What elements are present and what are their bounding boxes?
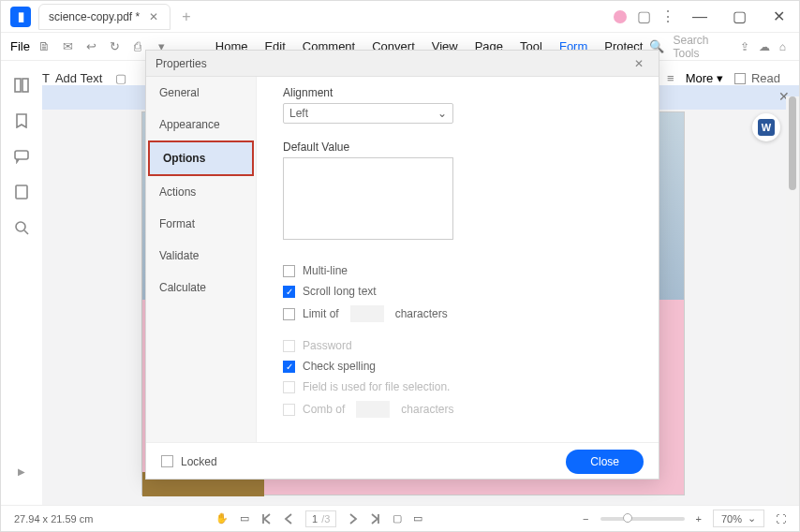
svg-rect-1 (22, 79, 28, 92)
thumbnails-icon[interactable] (14, 78, 29, 93)
password-row: Password (283, 339, 632, 352)
fit-width-icon[interactable]: ▭ (413, 512, 422, 525)
dialog-tab-actions[interactable]: Actions (146, 176, 256, 208)
password-checkbox (283, 340, 295, 352)
document-tab[interactable]: science-copy.pdf * ✕ (38, 4, 170, 30)
spell-row[interactable]: ✓Check spelling (283, 360, 632, 373)
page-dimensions: 27.94 x 21.59 cm (14, 513, 93, 525)
kebab-menu-icon[interactable]: ⋮ (660, 9, 675, 24)
comb-post-label: characters (401, 403, 453, 416)
limit-post-label: characters (395, 307, 448, 320)
current-page: 1 (312, 513, 318, 525)
filesel-checkbox (283, 381, 295, 393)
cloud-icon[interactable]: ☁ (759, 40, 770, 53)
home-icon[interactable]: ⌂ (779, 40, 786, 53)
search-panel-icon[interactable] (14, 220, 29, 235)
locked-label: Locked (181, 455, 217, 468)
comment-icon[interactable] (14, 149, 29, 164)
default-value-label: Default Value (283, 140, 632, 154)
dialog-tab-calculate[interactable]: Calculate (146, 272, 256, 303)
add-text-button[interactable]: T Add Text (42, 71, 102, 85)
app-icon: ▮ (10, 7, 31, 27)
search-tools[interactable]: Search Tools (674, 34, 731, 60)
window-minimize[interactable]: — (685, 4, 715, 30)
redo-icon[interactable]: ↻ (106, 39, 124, 53)
sidebar-collapse[interactable]: ▶ (18, 466, 25, 477)
save-icon[interactable]: 🗎 (36, 39, 53, 53)
dialog-tab-validate[interactable]: Validate (146, 240, 256, 272)
filesel-row: Field is used for file selection. (283, 380, 632, 393)
svg-rect-0 (15, 79, 21, 92)
dialog-footer: Locked Close (146, 442, 659, 480)
align-icon[interactable]: ≡ (667, 71, 674, 85)
limit-checkbox (283, 308, 295, 320)
more-label: More (686, 71, 714, 85)
locked-toggle[interactable]: Locked (161, 455, 217, 468)
prev-page-icon[interactable] (283, 513, 294, 525)
alignment-select[interactable]: Left ⌄ (283, 103, 453, 124)
dialog-tab-appearance[interactable]: Appearance (146, 109, 256, 140)
word-export-badge[interactable]: W (752, 113, 780, 141)
fullscreen-icon[interactable]: ⛶ (776, 513, 786, 525)
comb-pre-label: Comb of (303, 403, 345, 416)
locked-checkbox (161, 455, 173, 467)
first-page-icon[interactable] (260, 513, 272, 525)
new-tab-button[interactable]: + (178, 5, 194, 29)
default-value-input[interactable] (283, 157, 453, 240)
last-page-icon[interactable] (370, 513, 381, 525)
more-button[interactable]: More ▾ (686, 71, 723, 85)
print-icon[interactable]: ⎙ (129, 39, 147, 53)
close-button[interactable]: Close (566, 450, 644, 474)
dialog-tab-format[interactable]: Format (146, 208, 256, 240)
next-page-icon[interactable] (348, 513, 359, 525)
filesel-label: Field is used for file selection. (303, 380, 450, 393)
select-tool-icon[interactable]: ▭ (240, 512, 249, 525)
dialog-sidebar: General Appearance Options Actions Forma… (146, 77, 257, 442)
dialog-tab-general[interactable]: General (146, 77, 256, 109)
window-maximize[interactable]: ▢ (724, 4, 754, 30)
vertical-scrollbar[interactable] (786, 96, 799, 505)
zoom-slider[interactable] (600, 517, 685, 521)
dialog-tab-options[interactable]: Options (148, 140, 254, 176)
fit-page-icon[interactable]: ▢ (393, 512, 402, 525)
multiline-label: Multi-line (303, 264, 348, 277)
limit-input[interactable] (350, 305, 384, 322)
zoom-level[interactable]: 70%⌄ (713, 510, 764, 527)
window-close[interactable]: ✕ (763, 4, 793, 30)
mail-icon[interactable]: ✉ (59, 39, 77, 53)
comb-input (356, 401, 390, 418)
undo-icon[interactable]: ↩ (82, 39, 100, 53)
zoom-in-icon[interactable]: + (696, 513, 702, 525)
spell-label: Check spelling (303, 360, 376, 373)
attachment-icon[interactable] (14, 185, 29, 200)
limit-pre-label: Limit of (303, 307, 339, 320)
multiline-row[interactable]: Multi-line (283, 264, 632, 277)
alignment-label: Alignment (283, 86, 632, 99)
ai-badge-icon[interactable] (614, 10, 627, 23)
page-number-box[interactable]: 1 /3 (305, 510, 336, 527)
scroll-checkbox: ✓ (283, 286, 295, 298)
dialog-close-icon[interactable]: ✕ (629, 55, 649, 72)
limit-row[interactable]: Limit ofcharacters (283, 305, 632, 322)
zoom-out-icon[interactable]: − (583, 513, 588, 525)
comb-checkbox (283, 404, 295, 416)
svg-point-4 (16, 222, 25, 231)
read-toggle[interactable]: Read (734, 71, 780, 85)
status-bar: 27.94 x 21.59 cm ✋ ▭ 1 /3 ▢ ▭ − + 70%⌄ ⛶ (1, 505, 799, 531)
open-window-icon[interactable]: ▢ (636, 9, 651, 24)
add-text-label: Add Text (55, 71, 102, 85)
read-label: Read (751, 71, 780, 85)
chevron-down-icon: ⌄ (748, 512, 756, 525)
bookmark-icon[interactable] (14, 113, 29, 128)
scroll-row[interactable]: ✓Scroll long text (283, 285, 632, 298)
scroll-label: Scroll long text (303, 285, 377, 298)
alignment-value: Left (289, 107, 308, 120)
total-pages: /3 (321, 513, 330, 525)
file-menu[interactable]: File (10, 39, 30, 53)
dialog-header: Properties ✕ (146, 51, 659, 77)
tab-close-icon[interactable]: ✕ (147, 10, 160, 23)
hand-tool-icon[interactable]: ✋ (215, 512, 229, 525)
share-icon[interactable]: ⇪ (740, 40, 749, 53)
form-tool-icon-1[interactable]: ▢ (115, 71, 126, 85)
title-bar: ▮ science-copy.pdf * ✕ + ▢ ⋮ — ▢ ✕ (1, 1, 799, 33)
